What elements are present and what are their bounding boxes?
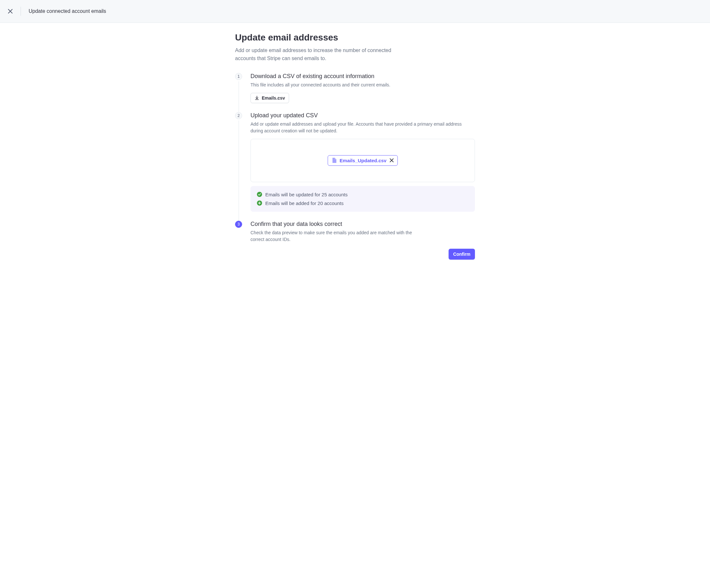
page-subtitle: Add or update email addresses to increas… (235, 47, 402, 63)
status-updated-row: Emails will be updated for 25 accounts (257, 192, 469, 197)
uploaded-file-name: Emails_Updated.csv (339, 158, 386, 163)
step-title: Upload your updated CSV (251, 112, 475, 119)
plus-circle-icon (257, 200, 262, 206)
step-description: This file includes all your connected ac… (251, 82, 475, 88)
svg-point-0 (257, 192, 262, 197)
step-3: 3 Confirm that your data looks correct C… (235, 221, 475, 269)
step-1: 1 Download a CSV of existing account inf… (235, 73, 475, 112)
step-title: Confirm that your data looks correct (251, 221, 475, 227)
step-description: Check the data preview to make sure the … (251, 229, 418, 243)
step-description: Add or update email addresses and upload… (251, 121, 475, 134)
uploaded-file-chip: Emails_Updated.csv (328, 155, 398, 166)
remove-file-button[interactable] (390, 158, 394, 162)
page-title: Update email addresses (235, 32, 475, 43)
status-added-row: Emails will be added for 20 accounts (257, 200, 469, 206)
step-2: 2 Upload your updated CSV Add or update … (235, 112, 475, 221)
step-number: 2 (235, 112, 242, 119)
confirm-button[interactable]: Confirm (449, 249, 475, 260)
close-icon (390, 158, 394, 162)
status-text: Emails will be added for 20 accounts (265, 200, 344, 206)
download-button-label: Emails.csv (262, 95, 285, 101)
header-title: Update connected account emails (29, 8, 106, 14)
download-icon (255, 96, 259, 100)
status-text: Emails will be updated for 25 accounts (265, 192, 348, 197)
upload-dropzone[interactable]: Emails_Updated.csv (251, 139, 475, 182)
steps-list: 1 Download a CSV of existing account inf… (235, 73, 475, 269)
main-content: Update email addresses Add or update ema… (235, 23, 475, 281)
download-csv-button[interactable]: Emails.csv (251, 93, 289, 103)
file-icon (332, 158, 336, 163)
close-button[interactable] (6, 7, 14, 15)
step-number: 1 (235, 73, 242, 80)
confirm-row: Confirm (251, 249, 475, 260)
step-title: Download a CSV of existing account infor… (251, 73, 475, 80)
header-divider (21, 7, 21, 16)
close-icon (8, 9, 13, 14)
header-bar: Update connected account emails (0, 0, 710, 23)
step-number-active: 3 (235, 221, 242, 228)
upload-status-panel: Emails will be updated for 25 accounts E… (251, 186, 475, 212)
check-circle-icon (257, 192, 262, 197)
